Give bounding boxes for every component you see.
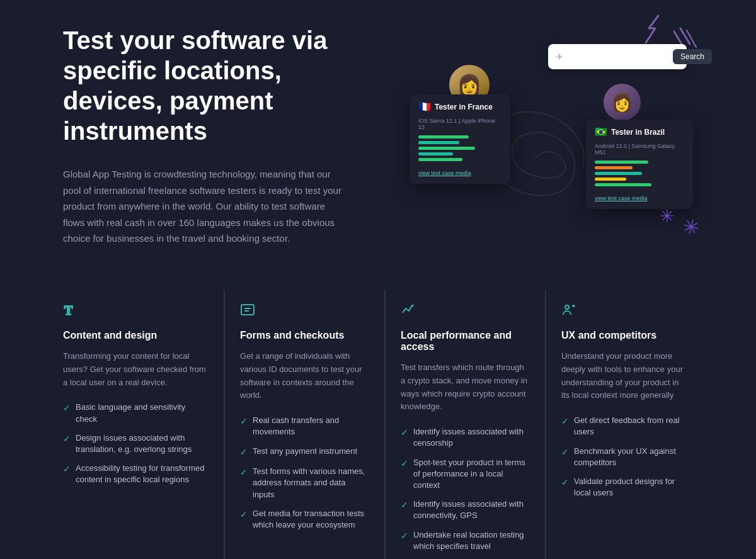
bar-row (418, 158, 501, 161)
list-item-text: Identify issues associated with connecti… (413, 499, 527, 521)
bar-item (418, 152, 453, 155)
tester-france-name: Tester in France (435, 103, 493, 111)
list-item-text: Test forms with various names, address f… (253, 466, 367, 500)
check-icon: ✓ (561, 477, 569, 489)
tester-brazil-name: Tester in Brazil (611, 128, 665, 137)
star-decoration: ✳ (660, 206, 674, 227)
bar-item (418, 158, 462, 161)
france-flag: 🇫🇷 (418, 101, 431, 113)
tester-brazil-link[interactable]: view test case media (595, 195, 648, 201)
bar-item (595, 172, 642, 175)
bar-row (418, 141, 501, 144)
list-item: ✓ Benchmark your UX against competitors (561, 446, 688, 468)
ux-competitors-description: Understand your product more deeply with… (561, 350, 688, 402)
list-item-text: Get media for transaction tests which le… (253, 508, 367, 531)
bar-row (595, 172, 684, 175)
list-item-text: Get direct feedback from real users (574, 415, 688, 438)
bar-row (418, 152, 501, 155)
feature-col-content-design: T Content and design Transforming your c… (63, 290, 224, 559)
check-icon: ✓ (240, 446, 248, 459)
ux-competitors-icon (561, 302, 688, 321)
feature-col-ux-competitors: UX and competitors Understand your produ… (545, 290, 706, 559)
list-item: ✓ Identify issues associated with connec… (401, 499, 527, 521)
check-icon: ✓ (561, 446, 569, 459)
list-item: ✓ Design issues associated with translat… (63, 432, 206, 455)
list-item-text: Test any payment instrument (253, 446, 357, 457)
local-performance-description: Test transfers which route through a cry… (401, 361, 527, 414)
bar-item (595, 161, 648, 164)
check-icon: ✓ (401, 530, 408, 543)
bar-item (418, 141, 459, 144)
list-item: ✓ Accessibility testing for transformed … (63, 463, 206, 485)
list-item-text: Design issues associated with translatio… (76, 432, 206, 455)
avatar-brazil: 👩 (602, 82, 643, 123)
list-item-text: Validate product designs for local users (574, 476, 688, 499)
ux-competitors-list: ✓ Get direct feedback from real users ✓ … (561, 415, 688, 499)
page-wrapper: Test your software via specific location… (0, 0, 756, 559)
feature-col-forms-checkouts: Forms and checkouts Get a range of indiv… (224, 290, 384, 559)
check-icon: ✓ (240, 509, 248, 521)
search-bar: ✈ Search (548, 44, 687, 69)
check-icon: ✓ (240, 466, 248, 479)
tester-brazil-bars (595, 161, 684, 186)
search-input[interactable] (567, 52, 673, 62)
search-button[interactable]: Search (673, 49, 712, 64)
list-item-text: Real cash transfers and movements (253, 415, 367, 438)
bar-item (595, 183, 651, 186)
list-item-text: Spot-test your product in terms of perfo… (413, 457, 527, 492)
tester-france-header: 🇫🇷 Tester in France (418, 101, 501, 113)
lightning-bolt-icon (636, 13, 668, 44)
content-design-icon: T (63, 302, 206, 321)
forms-checkouts-list: ✓ Real cash transfers and movements ✓ Te… (240, 415, 367, 531)
svg-point-9 (565, 305, 569, 309)
bar-item (595, 166, 633, 169)
bar-item (418, 147, 475, 150)
content-design-list: ✓ Basic language and sensitivity check ✓… (63, 402, 206, 485)
content-design-title: Content and design (63, 330, 206, 341)
asterisk-decoration: ✳ (680, 213, 702, 241)
list-item-text: Benchmark your UX against competitors (574, 446, 688, 468)
bar-row (595, 166, 684, 169)
list-item: ✓ Identify issues associated with censor… (401, 426, 527, 449)
plane-icon: ✈ (556, 52, 563, 62)
tester-brazil-device: Android 12.0 | Samsung Galaxy M51 (595, 143, 684, 155)
tester-brazil-header: 🇧🇷 Tester in Brazil (595, 126, 684, 138)
local-performance-title: Local performance and access (401, 330, 527, 353)
bar-row (595, 183, 684, 186)
list-item-text: Accessibility testing for transformed co… (76, 463, 206, 485)
svg-rect-4 (241, 305, 254, 315)
left-content: Test your software via specific location… (63, 25, 365, 247)
feature-col-local-performance: Local performance and access Test transf… (384, 290, 545, 559)
tester-card-brazil: 🇧🇷 Tester in Brazil Android 12.0 | Samsu… (586, 120, 693, 209)
list-item: ✓ Validate product designs for local use… (561, 476, 688, 499)
list-item: ✓ Test any payment instrument (240, 446, 367, 459)
tester-card-france: 🇫🇷 Tester in France iOS Sierra 12.1 | Ap… (410, 94, 510, 184)
tester-france-link[interactable]: view test case media (418, 170, 471, 176)
content-design-description: Transforming your content for local user… (63, 350, 206, 389)
check-icon: ✓ (240, 415, 248, 428)
tester-france-bars (418, 135, 501, 161)
ux-competitors-title: UX and competitors (561, 330, 688, 341)
forms-checkouts-title: Forms and checkouts (240, 330, 367, 341)
svg-text:T: T (64, 303, 73, 317)
check-icon: ✓ (561, 415, 569, 428)
check-icon: ✓ (401, 427, 408, 439)
list-item: ✓ Test forms with various names, address… (240, 466, 367, 500)
check-icon: ✓ (63, 463, 71, 476)
bar-row (418, 135, 501, 138)
check-icon: ✓ (63, 402, 71, 415)
forms-checkouts-description: Get a range of individuals with various … (240, 350, 367, 402)
list-item-text: Undertake real location testing which sp… (413, 529, 527, 552)
list-item-text: Basic language and sensitivity check (76, 402, 206, 424)
bar-row (595, 178, 684, 181)
check-icon: ✓ (401, 458, 408, 470)
top-section: Test your software via specific location… (63, 25, 706, 252)
bar-item (595, 178, 626, 181)
local-performance-list: ✓ Identify issues associated with censor… (401, 426, 527, 552)
hero-illustration: 👩 🇫🇷 Tester in France iOS Sierra 12.1 | … (391, 13, 706, 252)
brazil-flag: 🇧🇷 (595, 126, 607, 138)
bar-row (418, 147, 501, 150)
main-heading: Test your software via specific location… (63, 25, 365, 146)
bar-row (595, 161, 684, 164)
forms-checkouts-icon (240, 302, 367, 321)
